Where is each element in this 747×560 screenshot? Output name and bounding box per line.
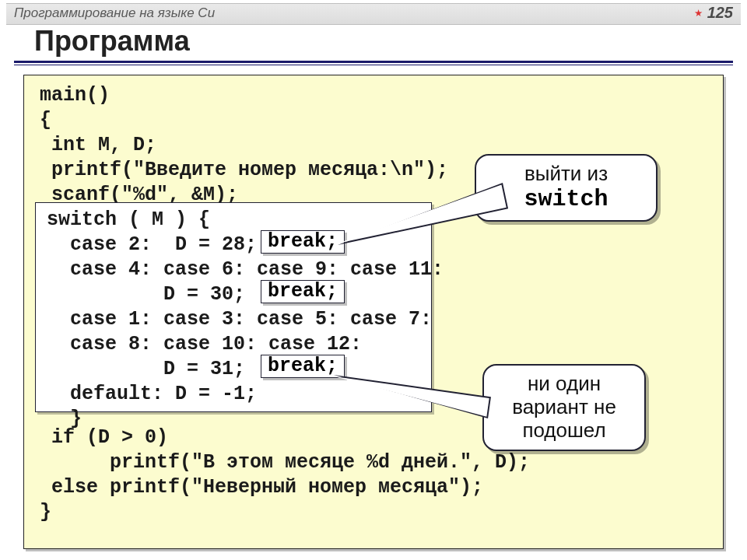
page-number: 125	[695, 4, 733, 22]
title-rule	[14, 61, 733, 65]
callout-2-line1: ни один	[496, 372, 632, 395]
page-title: Программа	[34, 25, 190, 58]
break-badge-3: break;	[261, 355, 345, 378]
break-badge-1: break;	[261, 230, 345, 254]
slide: Программирование на языке Си 125 Програм…	[0, 0, 747, 560]
subject-label: Программирование на языке Си	[14, 5, 215, 21]
page-number-value: 125	[707, 4, 733, 21]
callout-default: ни один вариант не подошел	[482, 364, 646, 451]
break-badge-2: break;	[261, 280, 345, 303]
callout-2-line3: подошел	[496, 418, 632, 442]
callout-1-line1: выйти из	[489, 162, 644, 186]
callout-2-line2: вариант не	[496, 395, 632, 418]
callout-1-line2: switch	[489, 186, 644, 212]
code-bottom: if (D > 0) printf("В этом месяце %d дней…	[40, 425, 530, 525]
star-icon	[695, 9, 703, 17]
code-top: main() { int M, D; printf("Введите номер…	[40, 83, 448, 208]
top-bar: Программирование на языке Си 125	[6, 3, 741, 25]
